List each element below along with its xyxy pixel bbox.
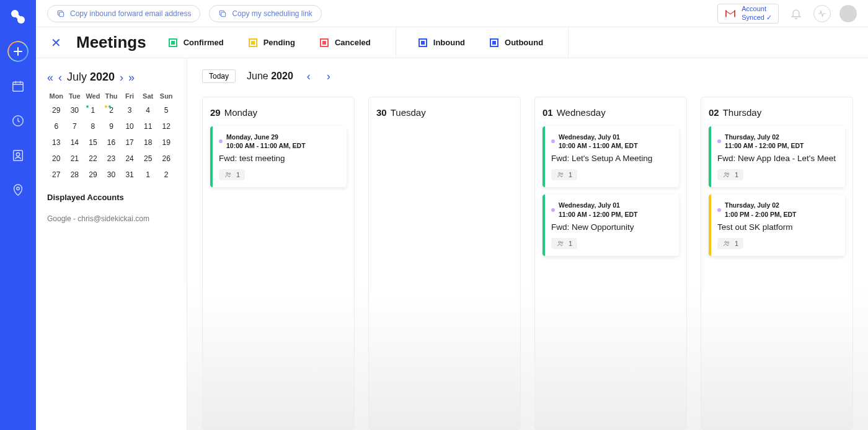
week-view: Today June 2020 ‹ › 29MondayMonday, June… [187,58,868,430]
minical-day[interactable]: 23 [102,154,121,163]
account-synced-button[interactable]: Account Synced ✓ [717,4,779,24]
day-column: 30Tuesday [368,97,521,430]
meeting-dot-icon [717,208,721,212]
dow-cell: Mon [47,92,66,100]
gmail-icon [724,9,737,18]
filter-outbound[interactable]: Outbound [490,27,568,58]
minical-day[interactable]: 29 [84,170,102,179]
minical-day[interactable]: 6 [47,122,66,131]
minical-day[interactable]: 31 [120,170,139,179]
accounts-heading: Displayed Accounts [47,193,175,202]
dow-cell: Thu [102,92,121,100]
minical-day[interactable]: 10 [120,122,139,131]
dow-cell: Tue [66,92,84,100]
meeting-card[interactable]: Thursday, July 021:00 PM - 2:00 PM, EDTT… [709,195,845,255]
minical-day[interactable]: 12 [157,122,175,131]
copy-link-label: Copy my scheduling link [232,9,312,18]
minical-day[interactable]: 15 [84,138,102,147]
svg-rect-9 [221,12,226,16]
minical-day[interactable]: 3 [120,106,139,115]
filter-pending[interactable]: Pending [249,27,320,58]
minical-day[interactable]: 8 [84,122,102,131]
svg-point-7 [17,187,20,190]
filter-inbound[interactable]: Inbound [418,27,490,58]
copy-inbound-button[interactable]: Copy inbound forward email address [47,5,200,22]
minical-day[interactable]: 21 [66,154,84,163]
dow-cell: Fri [120,92,139,100]
minical-day[interactable]: 20 [47,154,66,163]
minical-day[interactable]: 19 [157,138,175,147]
dow-cell: Sat [139,92,157,100]
minical-day[interactable]: 28 [66,170,84,179]
minical-day[interactable]: 13 [47,138,66,147]
meeting-datetime: Wednesday, July 0111:00 AM - 12:00 PM, E… [559,201,637,218]
bell-icon[interactable] [787,5,805,22]
svg-point-15 [561,242,563,244]
minical-day[interactable]: 1 [84,106,102,115]
svg-point-17 [727,173,729,175]
minical-day[interactable]: 5 [157,106,175,115]
minical-month: July 2020 [67,71,115,84]
day-column: 02ThursdayThursday, July 0211:00 AM - 12… [701,97,853,430]
svg-rect-8 [60,12,64,16]
minical-next-month[interactable]: › [120,72,123,83]
minical-day[interactable]: 22 [84,154,102,163]
minical-day[interactable]: 18 [139,138,157,147]
day-header: 01Wednesday [542,107,679,118]
minical-day[interactable]: 1 [139,170,157,179]
minical-day[interactable]: 30 [102,170,121,179]
day-column: 01WednesdayWednesday, July 0110:00 AM - … [534,97,687,430]
day-header: 02Thursday [709,107,845,118]
svg-point-14 [559,241,560,243]
meeting-datetime: Thursday, July 0211:00 AM - 12:00 PM, ED… [725,133,804,150]
app-logo-icon[interactable] [9,7,27,26]
activity-icon[interactable] [813,5,831,22]
meeting-dot-icon [551,139,555,143]
week-prev[interactable]: ‹ [304,70,313,83]
meeting-card[interactable]: Thursday, July 0211:00 AM - 12:00 PM, ED… [709,126,845,187]
location-nav-icon[interactable] [9,181,27,200]
minical-prev-month[interactable]: ‹ [58,72,62,83]
contacts-nav-icon[interactable] [9,146,27,165]
minical-day[interactable]: 16 [102,138,121,147]
meeting-card[interactable]: Wednesday, July 0110:00 AM - 11:00 AM, E… [542,126,679,187]
avatar[interactable] [839,5,857,22]
account-line2: Synced ✓ [742,14,772,22]
meeting-card[interactable]: Monday, June 2910:00 AM - 11:00 AM, EDTF… [210,126,347,187]
minical-day[interactable]: 25 [139,154,157,163]
minical-day[interactable]: 9 [102,122,121,131]
minical-day[interactable]: 24 [120,154,139,163]
meeting-card[interactable]: Wednesday, July 0111:00 AM - 12:00 PM, E… [542,195,679,255]
minical-day[interactable]: 2 [157,170,175,179]
clock-nav-icon[interactable] [9,112,27,130]
minical-day[interactable]: 11 [139,122,157,131]
svg-point-10 [226,173,228,175]
minical-next-year[interactable]: » [128,72,135,83]
minical-day[interactable]: 17 [120,138,139,147]
filter-canceled[interactable]: Canceled [320,27,396,58]
minical-day[interactable]: 29 [47,106,66,115]
day-column: 29MondayMonday, June 2910:00 AM - 11:00 … [202,97,355,430]
today-button[interactable]: Today [202,69,236,83]
account-item[interactable]: Google - chris@sidekickai.com [47,214,175,223]
svg-point-6 [16,152,20,156]
svg-rect-3 [13,82,24,92]
close-icon[interactable]: ✕ [51,35,61,50]
minical-day[interactable]: 14 [66,138,84,147]
day-header: 30Tuesday [376,107,513,118]
minical-prev-year[interactable]: « [47,72,53,83]
minical-day[interactable]: 26 [157,154,175,163]
page-title: Meetings [76,33,146,52]
minical-day[interactable]: 2 [102,106,121,115]
svg-point-18 [725,241,727,243]
minical-day[interactable]: 30 [66,106,84,115]
minical-day[interactable]: 7 [66,122,84,131]
minical-day[interactable]: 27 [47,170,66,179]
calendar-nav-icon[interactable] [9,77,27,95]
minical-day[interactable]: 4 [139,106,157,115]
meeting-dot-icon [219,139,223,143]
new-meeting-button[interactable] [9,42,27,61]
week-next[interactable]: › [324,70,333,83]
filter-confirmed[interactable]: Confirmed [169,27,249,58]
copy-link-button[interactable]: Copy my scheduling link [209,5,321,22]
